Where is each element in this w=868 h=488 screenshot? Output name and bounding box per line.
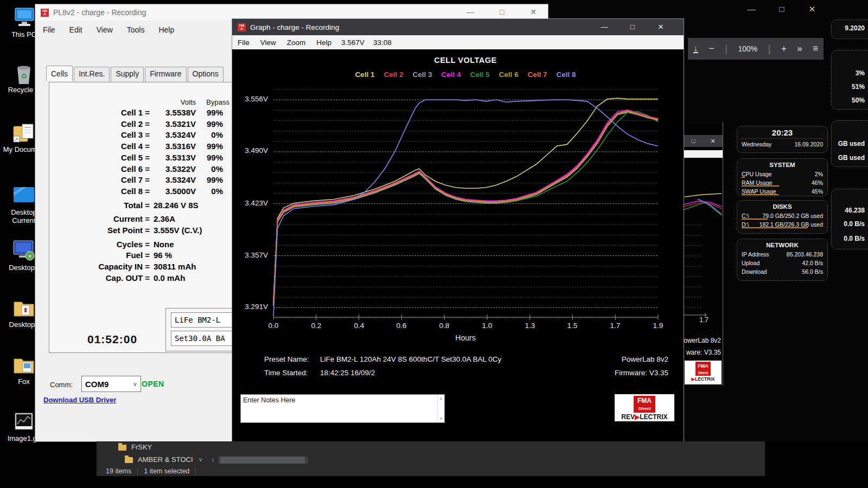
menu-view[interactable]: View xyxy=(255,38,282,47)
cell-volts: 3.5324V xyxy=(150,130,196,141)
comm-port-value: COM9 xyxy=(85,380,108,389)
system-label: CPU Usage xyxy=(742,170,771,178)
explorer-status-bar: 19 items 1 item selected xyxy=(97,466,765,476)
volts-header: Volts xyxy=(150,98,196,107)
cell-bypass: 99% xyxy=(196,175,223,186)
partial-widget-value: 51% xyxy=(852,83,865,91)
toolbar-divider: | xyxy=(725,43,727,55)
close-icon[interactable]: ✕ xyxy=(703,138,723,145)
cell-volts: 3.5316V xyxy=(150,141,196,152)
clock-time: 20:23 xyxy=(742,128,823,139)
download-icon[interactable]: ↓ xyxy=(693,44,699,53)
maximize-icon[interactable]: □ xyxy=(774,4,790,14)
background-graph-menubar-fragment xyxy=(684,150,723,158)
tab-options[interactable]: Options xyxy=(188,67,224,82)
y-tick-label: 3.423V xyxy=(237,199,268,207)
cell-label: Cell 7 = xyxy=(49,175,150,186)
menu-tools[interactable]: Tools xyxy=(123,24,149,36)
menu-zoom[interactable]: Zoom xyxy=(282,38,311,47)
menu-help[interactable]: Help xyxy=(154,24,178,36)
network-label: Download xyxy=(742,267,767,276)
background-graph-device-label: owerLab 8v2 xyxy=(684,337,721,344)
network-widget-title: NETWORK xyxy=(742,241,823,250)
horizontal-scrollbar[interactable] xyxy=(218,457,308,464)
cell-label: Cell 3 = xyxy=(49,130,150,141)
zoom-in-icon[interactable]: + xyxy=(781,43,787,54)
maximize-icon[interactable]: □ xyxy=(684,138,703,144)
scroll-down-icon: ▼ xyxy=(439,416,443,421)
tab-intres[interactable]: Int.Res. xyxy=(74,67,110,82)
folder-icon xyxy=(125,457,133,463)
fma-revolectrix-logo: FMADirect REV▶LECTRIX xyxy=(615,394,674,421)
file-explorer-strip: FrSKY AMBER & STOCI ∨ ‹ 19 items 1 item … xyxy=(97,441,765,476)
hamburger-menu-icon[interactable]: ≡ xyxy=(813,43,818,54)
disks-row: C:\ 79.0 GB/250.2 GB used xyxy=(742,211,823,220)
clock-widget: 20:23 Wednesday 16.09.2020 xyxy=(737,126,828,153)
menu-help[interactable]: Help xyxy=(311,38,337,47)
graph-menubar: File View Zoom Help 3.567V 33:08 xyxy=(232,35,684,49)
charge-timer: 01:52:00 xyxy=(87,333,137,346)
notes-scrollbar[interactable]: ▲▼ xyxy=(437,395,444,422)
usb-driver-link[interactable]: Download USB Driver xyxy=(43,396,116,404)
summary-value: 96 % xyxy=(150,250,172,261)
network-row: Upload 42.0 B/s xyxy=(742,259,823,267)
folder-icon xyxy=(118,445,126,451)
close-icon[interactable]: ✕ xyxy=(647,21,675,33)
tab-supply[interactable]: Supply xyxy=(111,67,144,82)
cell-bypass: 0% xyxy=(196,186,223,197)
network-value: 85.203.46.238 xyxy=(787,250,823,259)
fma-app-icon: FMA xyxy=(41,9,49,17)
y-tick-label: 3.490V xyxy=(237,146,268,155)
tab-firmware[interactable]: Firmware xyxy=(145,67,186,82)
menu-file[interactable]: File xyxy=(232,38,255,47)
menu-file[interactable]: File xyxy=(39,24,60,36)
voltage-readout: 3.567V xyxy=(337,38,369,47)
status-selected-count: 1 item selected xyxy=(144,467,189,475)
preset-name-value: LiFe BM2-L 120Ah 24V 8S 600thC/T Set30.0… xyxy=(320,355,501,363)
disks-widget: DISKS C:\ 79.0 GB/250.2 GB used D:\ 182.… xyxy=(737,200,828,234)
pl8v2-menubar: FileEditViewToolsHelp xyxy=(39,24,178,36)
disks-value: 79.0 GB/250.2 GB used xyxy=(763,211,824,220)
cell-bypass: 99% xyxy=(196,119,223,130)
close-icon[interactable]: ✕ xyxy=(524,8,542,16)
system-row: RAM Usage 46% xyxy=(742,178,823,187)
zoom-out-icon[interactable]: − xyxy=(709,43,714,54)
scrollbar-thumb[interactable] xyxy=(220,457,305,464)
maximize-icon[interactable]: □ xyxy=(493,8,511,16)
minimize-icon[interactable]: — xyxy=(461,8,480,16)
notes-placeholder: Enter Notes Here xyxy=(243,396,296,404)
summary-label: Cycles = xyxy=(49,239,150,251)
chevron-down-icon[interactable]: ∨ xyxy=(199,456,203,463)
partial-widget-value: 9.2020 xyxy=(845,24,865,32)
background-graph-window: □ ✕ 1.7 owerLab 8v2 ware: V3.35 FMADirec… xyxy=(684,122,723,386)
menu-edit[interactable]: Edit xyxy=(65,24,87,36)
background-graph-window-controls: □ ✕ xyxy=(684,135,723,147)
maximize-icon[interactable]: □ xyxy=(618,21,647,33)
usage-bar xyxy=(742,194,778,195)
y-tick-label: 3.357V xyxy=(237,251,268,259)
device-label: PowerLab 8v2 xyxy=(560,355,668,363)
cell-label: Cell 5 = xyxy=(49,152,150,164)
partial-widget-value: GB used xyxy=(838,154,865,162)
scroll-left-icon[interactable]: ‹ xyxy=(212,455,214,464)
system-row: SWAP Usage 45% xyxy=(742,187,823,196)
cell-label: Cell 1 = xyxy=(49,107,150,119)
x-axis-title: Hours xyxy=(273,333,658,342)
tab-cells[interactable]: Cells xyxy=(46,66,73,81)
comm-port-select[interactable]: COM9 ∨ xyxy=(81,376,141,392)
minimize-icon[interactable]: — xyxy=(590,21,618,33)
menu-view[interactable]: View xyxy=(92,24,117,36)
cell-volts: 3.5000V xyxy=(150,186,196,197)
minimize-icon[interactable]: — xyxy=(743,4,760,14)
close-icon[interactable]: ✕ xyxy=(804,4,820,14)
background-graph-x-tick: 1.7 xyxy=(699,316,709,324)
network-label: Upload xyxy=(742,259,760,267)
summary-label: Current = xyxy=(49,214,150,225)
notes-input[interactable]: Enter Notes Here ▲▼ xyxy=(240,394,445,423)
tree-item-frsky[interactable]: FrSKY xyxy=(118,443,152,451)
summary-label: Cap. OUT = xyxy=(49,273,150,284)
system-value: 45% xyxy=(812,187,823,196)
chevrons-icon[interactable]: » xyxy=(797,43,802,54)
disks-row: D:\ 182.1 GB/226.3 GB used xyxy=(742,220,823,229)
tree-item-amber[interactable]: AMBER & STOCI ∨ xyxy=(125,455,203,464)
